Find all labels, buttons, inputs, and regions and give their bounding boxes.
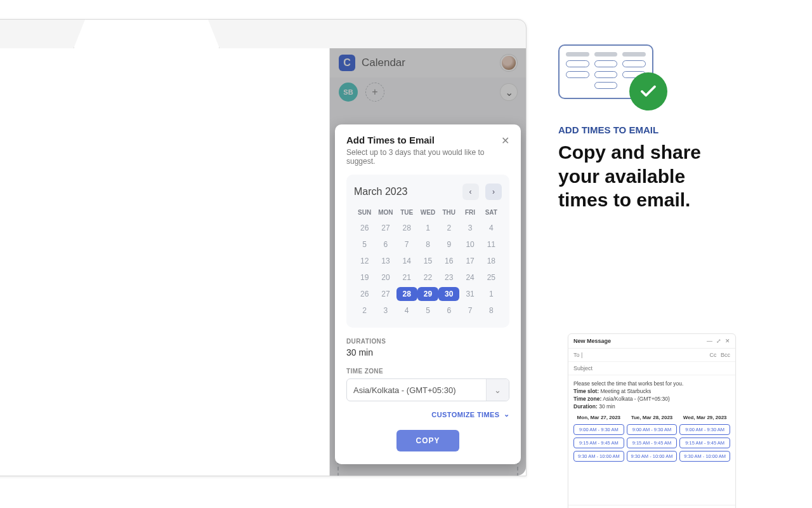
calendar-grid: SUNMONTUEWEDTHUFRISAT2627281234567891011… <box>354 206 502 318</box>
calendar-day[interactable]: 7 <box>396 237 417 251</box>
calendar-day[interactable]: 7 <box>459 304 480 318</box>
calendar-day[interactable]: 26 <box>354 221 375 235</box>
calendar-day[interactable]: 24 <box>459 271 480 284</box>
email-subject-row[interactable] <box>568 362 735 375</box>
calendar-day[interactable]: 16 <box>438 254 459 268</box>
calendar-day[interactable]: 5 <box>354 237 375 251</box>
calendar-day[interactable]: 9 <box>438 237 459 251</box>
calendar-day[interactable]: 17 <box>459 254 480 268</box>
checkmark-badge-icon <box>629 72 667 110</box>
calendar-day[interactable]: 27 <box>375 221 396 235</box>
calendar-card: March 2023 ‹ › SUNMONTUEWEDTHUFRISAT2627… <box>346 175 509 328</box>
modal-title: Add Times to Email <box>346 135 501 145</box>
slot-value: Meeting at Starbucks <box>600 388 651 394</box>
calendar-day[interactable]: 12 <box>354 254 375 268</box>
promo-eyebrow: ADD TIMES TO EMAIL <box>558 124 768 135</box>
calendar-day[interactable]: 3 <box>459 221 480 235</box>
email-to-row[interactable]: To | Cc Bcc <box>568 349 735 362</box>
bcc-link[interactable]: Bcc <box>721 352 730 358</box>
calendar-dow: SAT <box>481 206 502 218</box>
timezone-select[interactable]: Asia/Kolkata - (GMT+05:30) ⌄ <box>346 378 509 401</box>
calendar-day[interactable]: 8 <box>417 237 438 251</box>
calendar-app: C Calendar SB + ⌄ Add Times to Email Sel… <box>329 48 526 476</box>
calendar-day[interactable]: 19 <box>354 271 375 284</box>
email-intro: Please select the time that works best f… <box>573 380 730 387</box>
calendar-dow: FRI <box>459 206 480 218</box>
chevron-left-icon: ‹ <box>469 187 472 196</box>
availability-slot[interactable]: 9:30 AM - 10:00 AM <box>573 451 624 462</box>
availability-slot[interactable]: 9:15 AM - 9:45 AM <box>573 438 624 448</box>
timezone-label: TIME ZONE <box>346 368 509 375</box>
calendar-day[interactable]: 6 <box>438 304 459 318</box>
tz-value: Asia/Kolkata - (GMT+05:30) <box>603 396 670 402</box>
calendar-day[interactable]: 18 <box>481 254 502 268</box>
email-toolbar: Send ▾ A 📎 🔗 ☺ △ ▭ 🔒 ✎ ⋮ 🗑 <box>568 505 735 508</box>
calendar-day[interactable]: 11 <box>481 237 502 251</box>
close-icon[interactable]: ✕ <box>725 338 730 344</box>
calendar-day[interactable]: 28 <box>396 287 417 301</box>
calendar-day[interactable]: 22 <box>417 271 438 284</box>
promo-panel: ADD TIMES TO EMAIL Copy and share your a… <box>558 44 768 212</box>
calendar-day[interactable]: 21 <box>396 271 417 284</box>
copy-button[interactable]: COPY <box>396 430 459 451</box>
customize-times-label: CUSTOMIZE TIMES <box>431 411 499 418</box>
calendar-day[interactable]: 2 <box>354 304 375 318</box>
tz-label: Time zone: <box>573 396 601 402</box>
calendar-day[interactable]: 30 <box>438 287 459 301</box>
expand-icon[interactable]: ⤢ <box>716 338 721 344</box>
cc-link[interactable]: Cc <box>709 352 716 358</box>
availability-slot[interactable]: 9:00 AM - 9:30 AM <box>679 424 730 435</box>
calendar-day[interactable]: 4 <box>481 221 502 235</box>
minimize-icon[interactable]: — <box>707 338 712 344</box>
availability-slot[interactable]: 9:00 AM - 9:30 AM <box>627 424 678 435</box>
dur-value: 30 min <box>599 403 615 410</box>
calendar-day[interactable]: 28 <box>396 221 417 235</box>
email-window-title: New Message <box>573 338 611 344</box>
durations-label: DURATIONS <box>346 338 509 345</box>
calendar-table-illustration-icon <box>558 44 653 99</box>
browser-tab[interactable] <box>74 19 219 48</box>
calendar-day[interactable]: 31 <box>459 287 480 301</box>
close-icon: ✕ <box>501 135 509 146</box>
calendar-day[interactable]: 13 <box>375 254 396 268</box>
close-button[interactable]: ✕ <box>501 135 509 147</box>
calendar-day[interactable]: 1 <box>417 221 438 235</box>
calendar-day[interactable]: 14 <box>396 254 417 268</box>
calendar-day[interactable]: 10 <box>459 237 480 251</box>
chevron-down-icon: ⌄ <box>504 410 509 418</box>
availability-column-header: Mon, Mar 27, 2023 <box>573 413 624 422</box>
calendar-dow: SUN <box>354 206 375 218</box>
calendar-day[interactable]: 5 <box>417 304 438 318</box>
calendar-dow: WED <box>417 206 438 218</box>
calendar-day[interactable]: 6 <box>375 237 396 251</box>
to-label: To <box>573 352 580 358</box>
calendar-day[interactable]: 26 <box>354 287 375 301</box>
subject-input[interactable] <box>573 365 730 371</box>
calendar-day[interactable]: 29 <box>417 287 438 301</box>
calendar-day[interactable]: 4 <box>396 304 417 318</box>
calendar-day[interactable]: 3 <box>375 304 396 318</box>
durations-value: 30 min <box>346 347 509 358</box>
slot-label: Time slot: <box>573 388 599 394</box>
calendar-day[interactable]: 27 <box>375 287 396 301</box>
calendar-day[interactable]: 20 <box>375 271 396 284</box>
calendar-prev-button[interactable]: ‹ <box>462 184 479 200</box>
calendar-day[interactable]: 1 <box>481 287 502 301</box>
availability-slot[interactable]: 9:30 AM - 10:00 AM <box>679 451 730 462</box>
calendar-day[interactable]: 8 <box>481 304 502 318</box>
customize-times-link[interactable]: CUSTOMIZE TIMES ⌄ <box>346 410 509 418</box>
availability-slot[interactable]: 9:15 AM - 9:45 AM <box>679 438 730 448</box>
add-times-modal: Add Times to Email Select up to 3 days t… <box>335 124 521 464</box>
calendar-dow: TUE <box>396 206 417 218</box>
calendar-day[interactable]: 2 <box>438 221 459 235</box>
calendar-day[interactable]: 25 <box>481 271 502 284</box>
calendar-next-button[interactable]: › <box>485 184 502 200</box>
modal-subtitle: Select up to 3 days that you would like … <box>346 148 501 166</box>
calendar-day[interactable]: 23 <box>438 271 459 284</box>
dur-label: Duration: <box>573 403 598 410</box>
availability-slot[interactable]: 9:30 AM - 10:00 AM <box>627 451 678 462</box>
email-body: Please select the time that works best f… <box>568 375 735 467</box>
availability-slot[interactable]: 9:00 AM - 9:30 AM <box>573 424 624 435</box>
availability-slot[interactable]: 9:15 AM - 9:45 AM <box>627 438 678 448</box>
calendar-day[interactable]: 15 <box>417 254 438 268</box>
